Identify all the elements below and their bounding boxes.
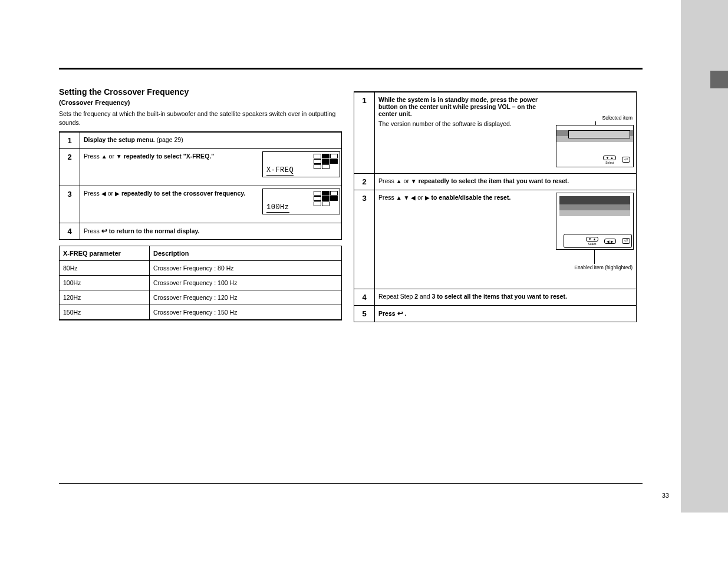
down-icon: ▼	[116, 153, 122, 160]
left-step-4: 4 Press to return to the normal display.	[60, 223, 342, 240]
right-step-2: 2 Press ▲ or ▼ repeatedly to select the …	[354, 174, 637, 190]
right-column: 1 While the system is in standby mode, p…	[354, 91, 637, 322]
right-step-4: 4 Repeat Step 2 and 3 to select all the …	[354, 289, 637, 306]
page-number: 33	[662, 492, 669, 499]
left-subtitle: (Crossover Frequency)	[59, 99, 342, 106]
right-icon: ▶	[115, 190, 120, 197]
return-icon	[397, 310, 403, 317]
lcd-screen-xfreq: X-FREQ	[262, 151, 339, 177]
left-step-1: 1 Display the setup menu. (page 29)	[60, 132, 342, 149]
down-icon: ▼	[404, 194, 410, 201]
up-icon: ▲	[101, 153, 107, 160]
left-icon: ◀	[411, 194, 416, 201]
left-intro: Sets the frequency at which the built-in…	[59, 110, 342, 127]
down-icon: ▼	[411, 178, 417, 184]
right-steps-table: 1 While the system is in standby mode, p…	[354, 91, 637, 322]
up-icon: ▲	[396, 194, 402, 201]
left-step-3: 3 Press ◀ or ▶ repeatedly to set the cro…	[60, 186, 342, 223]
left-step-2: 2 Press ▲ or ▼ repeatedly to select "X-F…	[60, 149, 342, 186]
selected-item-label: Selected item	[602, 115, 633, 121]
return-icon	[101, 227, 107, 234]
up-icon: ▲	[396, 178, 402, 184]
right-step-1: 1 While the system is in standby mode, p…	[354, 92, 637, 174]
tv-screen-1: ▼ ▲Select ⏎	[556, 125, 634, 167]
tv-screen-2: ▼ ▲Select ◀ ▶ ⏎	[556, 193, 634, 250]
right-step-5: 5 Press .	[354, 306, 637, 322]
left-steps-table: 1 Display the setup menu. (page 29) 2 Pr…	[59, 131, 342, 240]
right-icon: ▶	[425, 194, 430, 201]
left-icon: ◀	[101, 190, 106, 197]
right-step-3: 3 Press ▲ ▼ ◀ or ▶ to enable/disable the…	[354, 190, 637, 289]
left-title: Setting the Crossover Frequency	[59, 87, 342, 97]
params-table: X-FREQ parameter Description 80HzCrossov…	[59, 246, 342, 320]
left-column: Setting the Crossover Frequency (Crossov…	[59, 84, 342, 322]
enabled-item-label: Enabled item (highlighted)	[574, 265, 633, 270]
lcd-screen-100hz: 100Hz	[262, 189, 339, 214]
